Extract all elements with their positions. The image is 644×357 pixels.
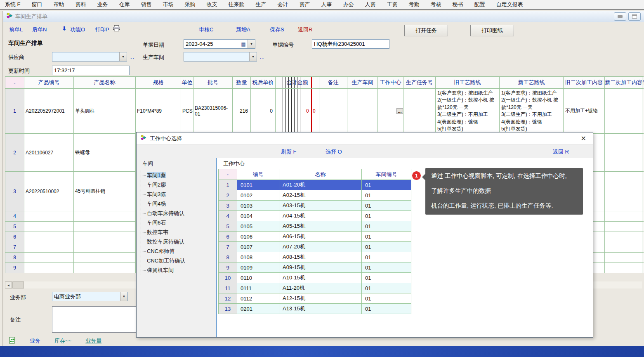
- workshop-input[interactable]: [184, 52, 249, 61]
- grid-cell[interactable]: 材: [642, 89, 644, 134]
- workcenter-edit-field[interactable]: [378, 108, 396, 114]
- tree-item[interactable]: 车间6石: [142, 218, 185, 227]
- grid-column-header[interactable]: 规格: [136, 77, 181, 89]
- wc-row[interactable]: 120112A12-15机01: [219, 293, 411, 304]
- grid-cell[interactable]: [605, 222, 642, 232]
- wc-cell[interactable]: 01: [362, 232, 411, 242]
- grid-cell[interactable]: [605, 263, 642, 273]
- wc-cell[interactable]: 01: [362, 180, 411, 190]
- return-link[interactable]: 返回R: [298, 26, 312, 33]
- grid-column-header[interactable]: 合计金额: [276, 77, 319, 89]
- tree-item[interactable]: 车间1蔡: [142, 170, 185, 180]
- grid-cell[interactable]: [605, 253, 642, 263]
- tree-item[interactable]: 数控车韦: [142, 227, 185, 237]
- menu-item[interactable]: 市场: [163, 1, 174, 8]
- update-time-input[interactable]: [52, 66, 130, 75]
- wc-cell[interactable]: 01: [362, 262, 411, 273]
- row-number-cell[interactable]: 5: [5, 222, 24, 232]
- minimize-button[interactable]: [614, 12, 626, 21]
- wc-cell[interactable]: 0104: [237, 211, 279, 221]
- grid-cell[interactable]: [642, 253, 644, 263]
- wc-cell[interactable]: 5: [219, 221, 237, 232]
- grid-cell[interactable]: 216: [233, 89, 251, 134]
- grid-cell[interactable]: [74, 253, 136, 263]
- grid-cell[interactable]: 铁螺母: [74, 134, 136, 172]
- dept-input[interactable]: [52, 292, 120, 301]
- grid-column-header[interactable]: 备注: [319, 77, 347, 89]
- grid-column-header[interactable]: 管: [642, 77, 644, 89]
- grid-cell[interactable]: [605, 242, 642, 253]
- save-link[interactable]: 保存S: [270, 26, 284, 33]
- wc-cell[interactable]: 01: [362, 211, 411, 221]
- open-task-button[interactable]: 打开任务: [404, 25, 448, 36]
- wc-cell[interactable]: 6: [219, 232, 237, 242]
- chevron-down-icon[interactable]: [119, 52, 127, 61]
- row-number-cell[interactable]: 7: [5, 242, 24, 253]
- menu-item[interactable]: 人资: [365, 1, 376, 8]
- row-number-cell[interactable]: 4: [5, 211, 24, 222]
- grid-cell[interactable]: 1(客户要求)：按图纸生产 2(一级生产)：数控小机 按款*120元 一天 3(…: [500, 89, 564, 134]
- grid-cell[interactable]: [403, 89, 436, 134]
- panel-splitter[interactable]: [216, 158, 217, 337]
- wc-row[interactable]: 130201A13-15机01: [219, 304, 411, 314]
- tree-item[interactable]: 自动车床待确认: [142, 208, 185, 218]
- wc-cell[interactable]: 01: [362, 242, 411, 252]
- refresh-link[interactable]: 刷新 F: [281, 148, 297, 156]
- scroll-left-icon[interactable]: [5, 281, 12, 288]
- grid-column-header[interactable]: 税后单价: [251, 77, 276, 89]
- wc-cell[interactable]: 0201: [237, 304, 279, 314]
- wc-cell[interactable]: A07-20机: [279, 242, 362, 252]
- menu-item[interactable]: 帮助: [54, 1, 64, 8]
- grid-cell[interactable]: [74, 232, 136, 242]
- wc-cell[interactable]: A04-15机: [279, 211, 362, 221]
- wc-cell[interactable]: 11: [219, 283, 237, 293]
- grid-cell[interactable]: [642, 211, 644, 222]
- doc-date-input[interactable]: [184, 40, 239, 48]
- grid-cell[interactable]: 1(客户要求)：按图纸生产 2(一级生产)：数控小机 按款*120元 一天 3(…: [436, 89, 500, 134]
- grid-cell[interactable]: [74, 263, 136, 273]
- tree-item[interactable]: 弹簧机车间: [142, 265, 185, 275]
- wc-cell[interactable]: A09-15机: [279, 262, 362, 273]
- grid-cell[interactable]: [642, 242, 644, 253]
- grid-column-header[interactable]: 产品名称: [74, 77, 136, 89]
- grid-cell[interactable]: [74, 222, 136, 232]
- wc-column-header[interactable]: 名称: [279, 169, 362, 180]
- row-number-cell[interactable]: 1: [5, 89, 24, 134]
- wc-row[interactable]: 40104A04-15机01: [219, 211, 411, 221]
- grid-cell[interactable]: [24, 232, 74, 242]
- wc-cell[interactable]: 0109: [237, 262, 279, 273]
- chevron-down-icon[interactable]: [120, 292, 127, 301]
- supplier-input[interactable]: [52, 52, 119, 61]
- row-number-cell[interactable]: 8: [5, 253, 24, 263]
- wc-cell[interactable]: 3: [219, 201, 237, 211]
- refresh-doc-icon[interactable]: [9, 337, 16, 345]
- wc-row[interactable]: 70107A07-20机01: [219, 242, 411, 252]
- grid-cell[interactable]: [378, 89, 403, 134]
- grid-column-header[interactable]: 生产车间: [347, 77, 378, 89]
- wc-cell[interactable]: 0106: [237, 232, 279, 242]
- select-link[interactable]: 选择 O: [326, 148, 342, 156]
- wc-cell[interactable]: 0112: [237, 293, 279, 304]
- function-menu-link[interactable]: 功能O: [70, 26, 85, 33]
- grid-cell[interactable]: [24, 211, 74, 222]
- grid-column-header[interactable]: 批号: [193, 77, 233, 89]
- menu-item[interactable]: 业务: [97, 1, 108, 8]
- wc-cell[interactable]: 9: [219, 262, 237, 273]
- grid-cell[interactable]: [347, 89, 378, 134]
- wc-row[interactable]: 50105A05-15机01: [219, 221, 411, 232]
- wc-cell[interactable]: 0105: [237, 221, 279, 232]
- wc-cell[interactable]: 0111: [237, 283, 279, 293]
- wc-cell[interactable]: A05-15机: [279, 221, 362, 232]
- wc-row[interactable]: 90109A09-15机01: [219, 262, 411, 273]
- tab-business-volume[interactable]: 业务量: [85, 337, 101, 345]
- wc-cell[interactable]: A06-15机: [279, 232, 362, 242]
- wc-cell[interactable]: 01: [362, 221, 411, 232]
- grid-cell[interactable]: [74, 242, 136, 253]
- tree-item[interactable]: 数控车床待确认: [142, 237, 185, 246]
- dialog-return-link[interactable]: 返回 R: [553, 148, 569, 156]
- menu-item[interactable]: 自定义报表: [496, 1, 523, 8]
- menu-item[interactable]: 资料: [75, 1, 86, 8]
- row-number-cell[interactable]: 9: [5, 263, 24, 273]
- wc-cell[interactable]: 01: [362, 283, 411, 293]
- grid-column-header[interactable]: 产品编号: [24, 77, 74, 89]
